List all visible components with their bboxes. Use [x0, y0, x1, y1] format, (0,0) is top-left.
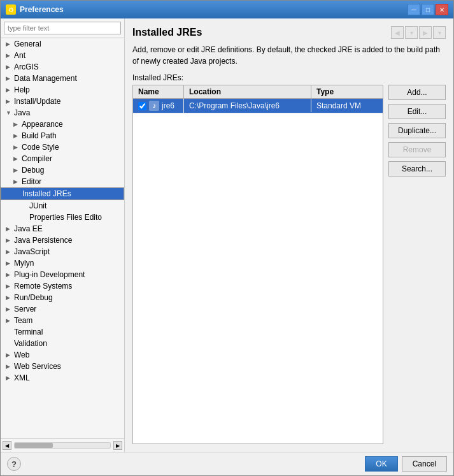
- sidebar-item-web-services[interactable]: ▶ Web Services: [1, 361, 124, 372]
- search-button[interactable]: Search...: [388, 161, 446, 177]
- forward-button[interactable]: ▶: [419, 26, 432, 39]
- scroll-left-arrow[interactable]: ◀: [3, 441, 11, 450]
- cell-name: J jre6: [133, 99, 184, 113]
- col-header-name: Name: [133, 85, 184, 98]
- table-header: Name Location Type: [133, 85, 383, 99]
- tree-area: ▶ General ▶ Ant ▶ ArcGIS ▶ Data Manageme…: [1, 38, 124, 438]
- title-bar-buttons: ─ □ ✕: [408, 4, 448, 15]
- sidebar-item-label: Build Path: [22, 131, 57, 140]
- expand-arrow: ▶: [6, 87, 12, 93]
- expand-arrow: ▶: [13, 144, 20, 150]
- sidebar-item-javascript[interactable]: ▶ JavaScript: [1, 246, 124, 257]
- sidebar-item-java-persistence[interactable]: ▶ Java Persistence: [1, 234, 124, 246]
- sidebar-item-debug[interactable]: ▶ Debug: [1, 164, 124, 176]
- expand-arrow: ▶: [6, 363, 12, 370]
- sidebar-item-label: Compiler: [22, 154, 52, 163]
- sidebar-item-remote-systems[interactable]: ▶ Remote Systems: [1, 280, 124, 292]
- sidebar-item-installed-jres[interactable]: Installed JREs: [1, 187, 124, 200]
- sidebar-item-compiler[interactable]: ▶ Compiler: [1, 153, 124, 164]
- expand-arrow: ▶: [6, 271, 12, 278]
- expand-arrow: ▶: [6, 352, 12, 358]
- sidebar-item-label: Appearance: [22, 120, 63, 129]
- sidebar-item-run-debug[interactable]: ▶ Run/Debug: [1, 292, 124, 303]
- expand-arrow: ▶: [6, 226, 12, 232]
- sidebar-item-label: Install/Update: [14, 97, 60, 106]
- panel-header: Installed JREs ◀ ▾ ▶ ▾: [132, 26, 446, 39]
- expand-arrow: ▶: [6, 52, 12, 59]
- edit-button[interactable]: Edit...: [388, 104, 446, 119]
- cancel-button[interactable]: Cancel: [402, 456, 447, 472]
- title-bar-left: ⚙ Preferences: [6, 4, 64, 15]
- close-button[interactable]: ✕: [436, 4, 448, 15]
- installed-label: Installed JREs:: [132, 73, 446, 82]
- sidebar-item-label: Mylyn: [14, 259, 34, 268]
- window-title: Preferences: [20, 5, 64, 14]
- sidebar-item-mylyn[interactable]: ▶ Mylyn: [1, 257, 124, 269]
- back-dropdown-button[interactable]: ▾: [405, 26, 418, 39]
- expand-arrow: ▶: [6, 294, 12, 301]
- sidebar-item-label: Web: [14, 350, 29, 359]
- cell-type: Standard VM: [311, 99, 383, 112]
- sidebar-item-code-style[interactable]: ▶ Code Style: [1, 141, 124, 153]
- panel-description: Add, remove or edit JRE definitions. By …: [132, 44, 446, 67]
- sidebar-item-install-update[interactable]: ▶ Install/Update: [1, 96, 124, 107]
- sidebar-item-label: Team: [14, 316, 32, 325]
- expand-arrow: ▶: [6, 98, 12, 105]
- sidebar-item-java[interactable]: ▼ Java: [1, 107, 124, 119]
- sidebar-item-junit[interactable]: JUnit: [1, 200, 124, 212]
- help-button[interactable]: ?: [7, 457, 21, 471]
- filter-input[interactable]: [4, 22, 121, 34]
- table-body: J jre6 C:\Program Files\Java\jre6 Standa…: [133, 99, 383, 113]
- add-button[interactable]: Add...: [388, 85, 446, 100]
- expand-arrow: ▶: [6, 306, 12, 312]
- duplicate-button[interactable]: Duplicate...: [388, 123, 446, 138]
- minimize-button[interactable]: ─: [408, 4, 420, 15]
- forward-dropdown-button[interactable]: ▾: [433, 26, 446, 39]
- sidebar-item-appearance[interactable]: ▶ Appearance: [1, 119, 124, 130]
- sidebar-item-label: Properties Files Edito: [29, 213, 102, 222]
- sidebar-item-label: Java: [14, 108, 30, 117]
- expand-arrow: ▶: [6, 375, 12, 381]
- sidebar-item-web[interactable]: ▶ Web: [1, 349, 124, 361]
- expand-arrow: ▶: [6, 237, 12, 243]
- sidebar-item-xml[interactable]: ▶ XML: [1, 372, 124, 384]
- sidebar-item-label: Server: [14, 305, 36, 314]
- sidebar-item-label: Web Services: [14, 362, 61, 371]
- jre-name: jre6: [162, 101, 174, 110]
- sidebar-item-editor[interactable]: ▶ Editor: [1, 176, 124, 187]
- sidebar-item-terminal[interactable]: Terminal: [1, 326, 124, 338]
- title-bar: ⚙ Preferences ─ □ ✕: [1, 1, 453, 18]
- sidebar-item-build-path[interactable]: ▶ Build Path: [1, 130, 124, 141]
- scroll-track[interactable]: [14, 442, 111, 449]
- expand-arrow: ▶: [6, 317, 12, 324]
- sidebar-item-label: JavaScript: [14, 247, 50, 256]
- sidebar-item-help[interactable]: ▶ Help: [1, 84, 124, 96]
- sidebar-item-label: Java EE: [14, 224, 43, 233]
- sidebar-item-label: Java Persistence: [14, 236, 72, 245]
- ok-button[interactable]: OK: [365, 456, 397, 472]
- sidebar-item-label: XML: [14, 373, 30, 382]
- sidebar-item-arcgis[interactable]: ▶ ArcGIS: [1, 61, 124, 73]
- expand-arrow: ▼: [6, 110, 12, 116]
- side-buttons: Add... Edit... Duplicate... Remove Searc…: [388, 85, 446, 444]
- maximize-button[interactable]: □: [422, 4, 434, 15]
- sidebar-item-label: General: [14, 40, 41, 48]
- back-button[interactable]: ◀: [391, 26, 404, 39]
- remove-button[interactable]: Remove: [388, 142, 446, 157]
- sidebar-item-server[interactable]: ▶ Server: [1, 303, 124, 315]
- sidebar-item-plugin-development[interactable]: ▶ Plug-in Development: [1, 269, 124, 280]
- scroll-right-arrow[interactable]: ▶: [113, 441, 122, 450]
- sidebar-item-validation[interactable]: Validation: [1, 338, 124, 349]
- sidebar-item-team[interactable]: ▶ Team: [1, 315, 124, 326]
- sidebar-item-data-management[interactable]: ▶ Data Management: [1, 73, 124, 84]
- table-row[interactable]: J jre6 C:\Program Files\Java\jre6 Standa…: [133, 99, 383, 113]
- expand-arrow: ▶: [6, 260, 12, 266]
- sidebar-item-properties-files[interactable]: Properties Files Edito: [1, 212, 124, 223]
- sidebar-item-java-ee[interactable]: ▶ Java EE: [1, 223, 124, 234]
- jre-checkbox[interactable]: [138, 102, 146, 110]
- sidebar-item-general[interactable]: ▶ General: [1, 38, 124, 50]
- bottom-right-buttons: OK Cancel: [365, 456, 447, 472]
- expand-arrow: ▶: [13, 133, 20, 139]
- sidebar-item-label: Run/Debug: [14, 293, 53, 302]
- sidebar-item-ant[interactable]: ▶ Ant: [1, 50, 124, 61]
